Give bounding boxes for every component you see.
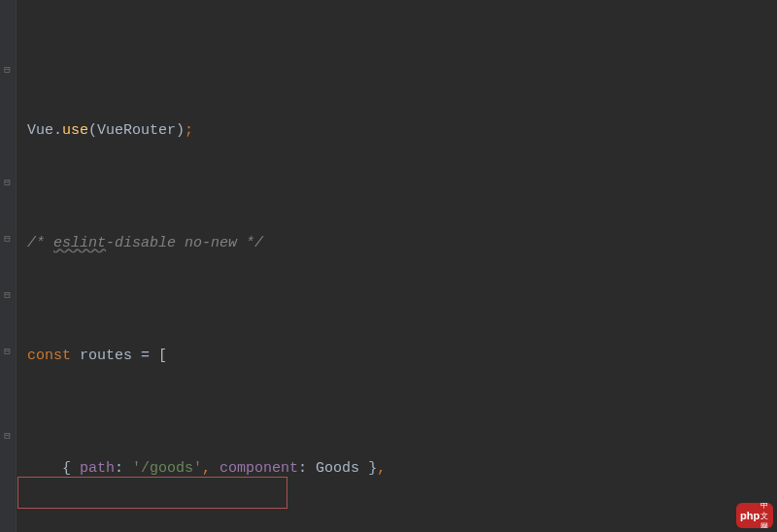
code-line: { path: '/goods', component: Goods },	[27, 454, 775, 482]
badge-subtext: 中文网	[760, 503, 773, 528]
watermark-badge: php 中文网	[736, 503, 773, 528]
fold-close-icon[interactable]: ⊟	[1, 430, 14, 443]
code-line: Vue.use(VueRouter);	[27, 116, 775, 145]
fold-close-icon[interactable]: ⊟	[1, 177, 14, 189]
fold-close-icon[interactable]: ⊟	[1, 289, 14, 302]
fold-gutter: ⊟ ⊟ ⊟ ⊟ ⊟ ⊟	[0, 0, 16, 532]
code-line: const routes = [	[27, 342, 775, 370]
code-content[interactable]: Vue.use(VueRouter); /* eslint-disable no…	[16, 0, 777, 532]
fold-open-icon[interactable]: ⊟	[1, 346, 14, 358]
indent-guide	[16, 0, 17, 532]
code-editor[interactable]: ⊟ ⊟ ⊟ ⊟ ⊟ ⊟ Vue.use(VueRouter); /* eslin…	[0, 0, 777, 532]
code-line: /* eslint-disable no-new */	[27, 229, 775, 257]
badge-text: php	[740, 510, 760, 521]
fold-open-icon[interactable]: ⊟	[1, 233, 14, 246]
fold-open-icon[interactable]: ⊟	[1, 64, 14, 77]
